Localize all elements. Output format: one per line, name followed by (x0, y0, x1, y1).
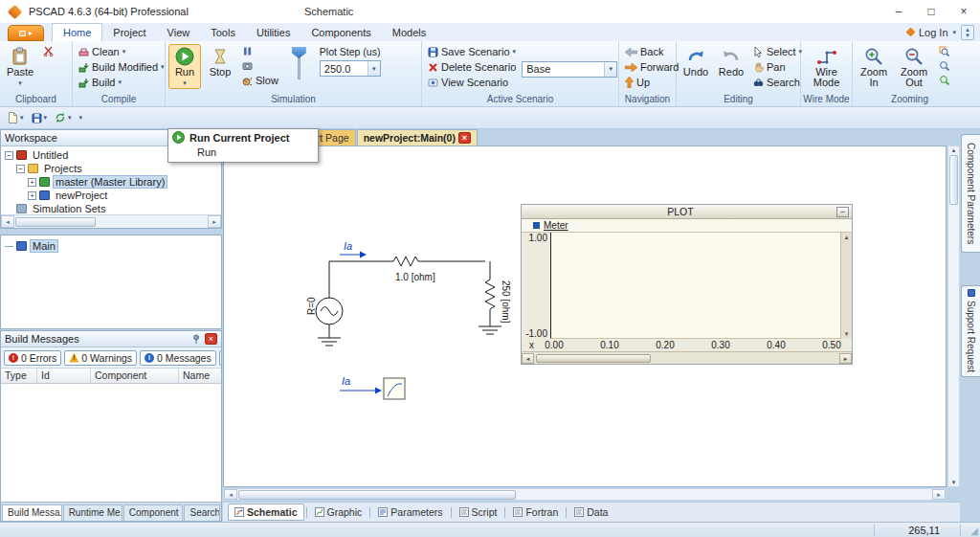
plot-horizontal-scrollbar[interactable]: ◂ ▸ (522, 351, 852, 364)
plot-step-dropdown-icon[interactable]: ▾ (368, 61, 380, 76)
tab-view[interactable]: View (157, 23, 201, 41)
column-component[interactable]: Component (91, 369, 179, 383)
tab-fortran[interactable]: Fortran (507, 504, 564, 520)
messages-filter-button[interactable]: i0 Messages (140, 350, 216, 366)
view-scenario-button[interactable]: View Scenario (425, 76, 519, 89)
plot-vertical-scrollbar[interactable]: ▴ ▾ (840, 233, 852, 339)
tab-data[interactable]: Data (568, 504, 613, 520)
expand-icon[interactable]: + (28, 178, 36, 187)
tab-newproject-main[interactable]: newProject:Main(0)× (357, 129, 478, 145)
tab-models[interactable]: Models (382, 23, 436, 41)
scroll-thumb[interactable] (15, 217, 96, 227)
close-tab-button[interactable]: × (458, 132, 471, 144)
zoom-out-button[interactable]: Zoom Out (895, 44, 933, 89)
redo-button[interactable]: Redo (715, 44, 747, 78)
tree-item-main[interactable]: Main (1, 239, 221, 253)
select-button[interactable]: Select▾ (750, 45, 805, 58)
tab-components[interactable]: Components (301, 23, 381, 41)
save-button[interactable]: ▾ (30, 111, 50, 125)
column-id[interactable]: Id (37, 369, 91, 383)
tab-search[interactable]: Search (184, 504, 220, 521)
tab-parameters[interactable]: Parameters (372, 504, 448, 520)
snapshot-button[interactable] (239, 59, 281, 72)
tab-component-parameters-side[interactable]: Component Parameters (961, 134, 980, 253)
login-dropdown-icon[interactable]: ▾ (953, 29, 957, 36)
menu-item-run-current-project[interactable]: Run Current Project (168, 129, 318, 145)
qat-overflow-button[interactable]: ▾ (78, 112, 85, 123)
scroll-right-icon[interactable]: ▸ (208, 215, 221, 228)
close-panel-button[interactable]: × (205, 333, 217, 345)
save-scenario-button[interactable]: Save Scenario▾ (425, 45, 519, 58)
current-meter[interactable]: Ia (340, 375, 405, 399)
close-button[interactable]: × (947, 0, 980, 23)
scroll-left-icon[interactable]: ◂ (224, 489, 237, 500)
schematic-drawing[interactable]: Ia R=0 1.0 [ohm] 25 (286, 231, 516, 408)
tree-item-newproject[interactable]: + newProject (1, 189, 221, 202)
expand-icon[interactable]: + (28, 191, 36, 200)
tab-build-messages[interactable]: Build Messa... (2, 504, 62, 521)
run-button[interactable]: Run ▾ (168, 44, 201, 89)
speed-slider[interactable] (284, 44, 313, 84)
voltage-source[interactable]: R=0 (306, 297, 343, 324)
menu-item-run[interactable]: Run (168, 145, 318, 162)
forward-button[interactable]: Forward (622, 60, 681, 74)
pause-button[interactable] (239, 45, 281, 57)
slider-thumb[interactable] (292, 47, 306, 58)
warnings-filter-button[interactable]: !0 Warnings (64, 350, 137, 366)
canvas-horizontal-scrollbar[interactable]: ◂ ▸ (223, 488, 947, 501)
current-label-top[interactable]: Ia (340, 240, 367, 258)
legend-label[interactable]: Meter (544, 220, 568, 231)
minimize-button[interactable]: – (882, 0, 915, 23)
delete-scenario-button[interactable]: Delete Scenario (425, 60, 519, 74)
scroll-down-icon[interactable]: ▾ (845, 330, 849, 338)
tree-item-simulation-sets[interactable]: Simulation Sets (1, 202, 221, 214)
resize-grip[interactable]: ◢ (970, 526, 978, 536)
clean-button[interactable]: Clean▾ (76, 45, 167, 58)
scroll-right-icon[interactable]: ▸ (932, 489, 946, 500)
back-button[interactable]: Back (622, 45, 681, 58)
plot-step-combo[interactable]: 250.0 ▾ (320, 60, 381, 77)
build-button[interactable]: Build▾ (76, 76, 167, 89)
wire-mode-button[interactable]: Wire Mode (805, 44, 849, 89)
schematic-canvas[interactable]: Ia R=0 1.0 [ohm] 25 (223, 145, 947, 487)
tree-item-master-library[interactable]: + master (Master Library) (1, 175, 221, 189)
scroll-thumb[interactable] (536, 354, 651, 363)
new-document-button[interactable]: ▾ (6, 110, 26, 125)
zoom-rectangle-button[interactable] (936, 59, 952, 72)
scroll-down-icon[interactable]: ▾ (952, 479, 956, 486)
slow-button[interactable]: Slow (239, 74, 281, 87)
pin-icon[interactable] (191, 334, 201, 345)
tab-graphic[interactable]: Graphic (309, 504, 368, 520)
scroll-up-icon[interactable]: ▴ (845, 234, 849, 241)
tab-utilities[interactable]: Utilities (246, 23, 301, 41)
login-button[interactable]: Log In (919, 27, 948, 38)
tab-support-request-side[interactable]: Support Request (961, 285, 980, 377)
stop-button[interactable]: Stop (204, 44, 236, 78)
plot-area[interactable] (550, 233, 840, 339)
plot-header[interactable]: PLOT − (522, 205, 852, 219)
scroll-thumb[interactable] (238, 490, 516, 500)
zoom-in-button[interactable]: Zoom In (856, 44, 892, 89)
scroll-thumb[interactable] (949, 155, 958, 205)
ribbon-collapse-button[interactable]: ▲▼ (961, 25, 974, 40)
zoom-extents-button[interactable] (936, 45, 952, 57)
tab-runtime-messages[interactable]: Runtime Me... (63, 504, 122, 521)
undo-button[interactable]: Undo (679, 44, 712, 78)
messages-table-body[interactable] (1, 384, 221, 502)
scroll-up-icon[interactable]: ▴ (952, 146, 956, 154)
tab-script[interactable]: Script (454, 504, 503, 520)
tab-schematic[interactable]: Schematic (228, 503, 304, 521)
paste-button[interactable]: Paste ▾ (3, 44, 37, 89)
scenario-combo-dropdown-icon[interactable]: ▾ (604, 62, 616, 77)
tab-project[interactable]: Project (102, 23, 156, 41)
application-menu-button[interactable]: ▸ (8, 25, 44, 41)
wires[interactable] (318, 257, 501, 346)
canvas-vertical-scrollbar[interactable]: ▴ ▾ (947, 145, 960, 487)
plot-minimize-button[interactable]: − (836, 207, 849, 217)
project-filter-button[interactable]: new (219, 350, 221, 366)
scroll-right-icon[interactable]: ▸ (839, 353, 852, 364)
column-type[interactable]: Type (1, 369, 37, 383)
collapse-icon[interactable]: − (16, 165, 25, 173)
column-name[interactable]: Name (179, 369, 221, 383)
collapse-icon[interactable]: − (5, 151, 13, 160)
